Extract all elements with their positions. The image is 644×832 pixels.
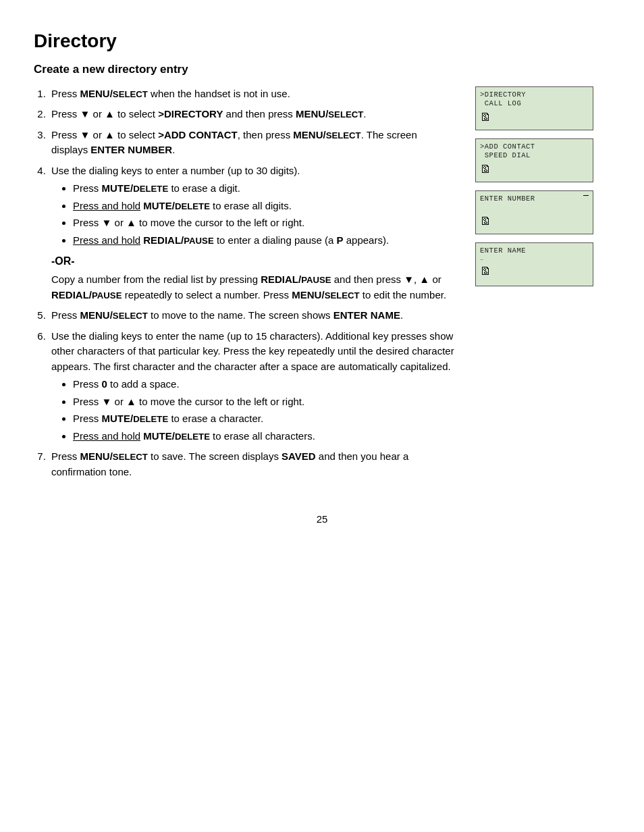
step4-bullets: Press MUTE/DELETE to erase a digit. Pres… <box>59 181 455 248</box>
step4-bullet3: Press ▼ or ▲ to move the cursor to the l… <box>73 215 455 231</box>
step6-bullet2: Press ▼ or ▲ to move the cursor to the l… <box>73 394 455 410</box>
step6-bullet4: Press and hold MUTE/DELETE to erase all … <box>73 429 455 444</box>
step2-menu-select: MENU/SELECT <box>296 108 363 120</box>
page-title: Directory <box>34 27 610 55</box>
screen1-icon: 🖻 <box>480 111 589 126</box>
step4-mute-delete1: MUTE/DELETE <box>102 182 169 194</box>
step4-copy-block: Copy a number from the redial list by pr… <box>51 272 455 303</box>
step3-add-contact: >ADD CONTACT <box>158 129 238 140</box>
step6-bullet1: Press 0 to add a space. <box>73 377 455 392</box>
step-3: Press ▼ or ▲ to select >ADD CONTACT, the… <box>49 128 455 158</box>
step4-arrow-down: ▼ <box>102 217 112 228</box>
screen-directory: >DIRECTORY CALL LOG 🖻 <box>475 86 593 130</box>
step3-arrow-down: ▼ <box>80 129 90 140</box>
step6-press-hold: Press and hold <box>73 430 140 442</box>
section-title: Create a new directory entry <box>34 61 610 78</box>
step4-bullet1: Press MUTE/DELETE to erase a digit. <box>73 181 455 197</box>
step2-directory: >DIRECTORY <box>158 108 223 120</box>
step6-bullets: Press 0 to add a space. Press ▼ or ▲ to … <box>59 377 455 444</box>
step-7: Press MENU/SELECT to save. The screen di… <box>49 449 455 479</box>
step3-arrow-up: ▲ <box>105 129 115 140</box>
screen3-line2 <box>480 203 589 213</box>
screen3-line1: ENTER NUMBER <box>480 194 535 204</box>
screen3-icon: 🖻 <box>480 215 589 230</box>
screens-area: >DIRECTORY CALL LOG 🖻 >ADD CONTACT SPEED… <box>475 86 610 486</box>
screen-enter-number: ENTER NUMBER 🖻 <box>475 190 593 234</box>
screen4-line1: ENTER NAME <box>480 246 589 256</box>
step5-menu-select: MENU/SELECT <box>80 309 148 321</box>
screen2-line2: SPEED DIAL <box>480 151 589 161</box>
step6-mute-delete1: MUTE/DELETE <box>102 413 169 424</box>
step4-mute-delete2: MUTE/DELETE <box>143 200 210 211</box>
screen1-line1: >DIRECTORY <box>480 90 589 100</box>
step4-intro: Use the dialing keys to enter a number (… <box>51 165 300 176</box>
step7-menu-select: MENU/SELECT <box>80 450 148 462</box>
step2-arrow-up: ▲ <box>105 108 115 120</box>
step3-enter-number: ENTER NUMBER <box>90 144 172 155</box>
step1-bold1: MENU/SELECT <box>80 88 148 99</box>
step4-redial-pause2: REDIAL/PAUSE <box>261 274 331 285</box>
step5-enter-name: ENTER NAME <box>333 309 400 321</box>
screen2-line1: >ADD CONTACT <box>480 142 589 152</box>
step-6: Use the dialing keys to enter the name (… <box>49 329 455 444</box>
step-2: Press ▼ or ▲ to select >DIRECTORY and th… <box>49 107 455 122</box>
step4-redial-pause3: REDIAL/PAUSE <box>51 289 122 301</box>
step4-p-letter: P <box>337 234 344 246</box>
step6-bullet3: Press MUTE/DELETE to erase a character. <box>73 411 455 427</box>
screen4-icon: 🖻 <box>480 265 589 280</box>
step4-arrow-up: ▲ <box>126 217 136 228</box>
step7-saved: SAVED <box>281 450 316 462</box>
step-1: Press MENU/SELECT when the handset is no… <box>49 86 455 102</box>
step4-press-hold1: Press and hold <box>73 200 140 211</box>
screen3-cursor <box>583 195 589 196</box>
screen-add-contact: >ADD CONTACT SPEED DIAL 🖻 <box>475 138 593 182</box>
step-4: Use the dialing keys to enter a number (… <box>49 163 455 303</box>
step6-arrow-down: ▼ <box>102 396 112 407</box>
content-area: Press MENU/SELECT when the handset is no… <box>34 86 455 486</box>
step2-arrow-down: ▼ <box>80 108 90 120</box>
step6-mute-delete2: MUTE/DELETE <box>143 430 210 442</box>
step6-intro: Use the dialing keys to enter the name (… <box>51 330 454 372</box>
step6-arrow-up: ▲ <box>126 396 136 407</box>
steps-list: Press MENU/SELECT when the handset is no… <box>34 86 455 480</box>
or-label: -OR- <box>51 253 455 269</box>
step4-menu-select: MENU/SELECT <box>292 289 359 301</box>
screen2-icon: 🖻 <box>480 163 589 178</box>
step4-press-hold2: Press and hold <box>73 234 140 246</box>
main-layout: Press MENU/SELECT when the handset is no… <box>34 86 610 486</box>
step4-bullet2: Press and hold MUTE/DELETE to erase all … <box>73 199 455 214</box>
screen4-line2: … <box>480 255 589 262</box>
page-number: 25 <box>34 512 610 527</box>
step-5: Press MENU/SELECT to move to the name. T… <box>49 308 455 323</box>
step4-bullet4: Press and hold REDIAL/PAUSE to enter a d… <box>73 233 455 249</box>
step6-zero: 0 <box>102 378 107 390</box>
step4-redial-pause: REDIAL/PAUSE <box>143 234 213 246</box>
screen1-line2: CALL LOG <box>480 99 589 109</box>
screen-enter-name: ENTER NAME … 🖻 <box>475 242 593 286</box>
step3-menu-select: MENU/SELECT <box>293 129 360 140</box>
